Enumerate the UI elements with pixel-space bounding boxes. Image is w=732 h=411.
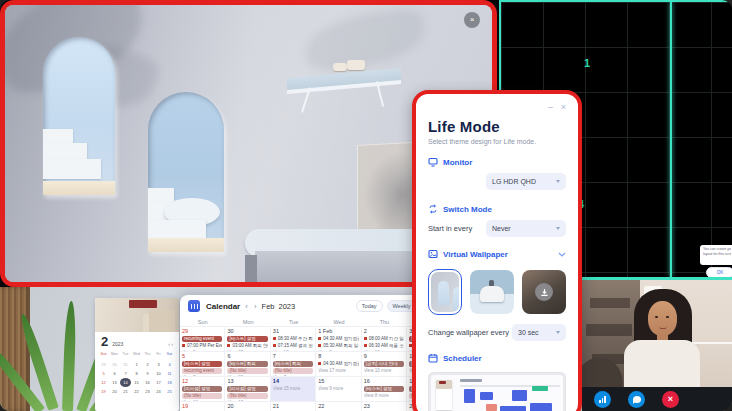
view-more-link[interactable]: View 10 more <box>364 350 404 351</box>
calendar-day-cell[interactable]: 5[테스트] 설명recurring eventView 7 more <box>180 352 225 376</box>
event-item: 07:15 AM 결과 전달 <box>273 343 313 349</box>
paper-date: 23 <box>142 387 153 396</box>
prev-month-button[interactable]: ‹ <box>245 302 248 311</box>
calendar-day-cell[interactable]: 19[테스트] 설명 <box>180 402 225 411</box>
view-more-link[interactable]: View 15 more <box>273 386 313 392</box>
calendar-day-cell[interactable]: 15View 9 more <box>316 377 361 401</box>
chat-button[interactable] <box>628 391 645 408</box>
calendar-day-cell[interactable]: 6[테스트] 회의(No title)View 20 more <box>225 352 270 376</box>
wallpaper-thumb-download[interactable] <box>522 270 566 314</box>
calendar-day-cell[interactable]: 1 Feb04:30 AM 정기점검05:30 AM 회의 일정View 3 m… <box>316 327 361 351</box>
paper-date: 1 <box>131 360 142 369</box>
participant-face <box>648 301 677 336</box>
paper-date: 3 <box>153 360 164 369</box>
eye <box>655 316 658 318</box>
calendar-day-cell[interactable]: 23[테스트] 설명 <box>362 402 407 411</box>
chevron-collapse-icon[interactable] <box>558 252 566 257</box>
view-more-link[interactable]: View 13 more <box>227 400 267 401</box>
paper-date: 24 <box>153 387 164 396</box>
paper-date: 30 <box>109 360 120 369</box>
event-item: recurring event <box>182 368 222 374</box>
close-icon[interactable]: × <box>464 12 480 28</box>
paper-calendar-weekdays: SunMonTueWedThuFriSat <box>95 349 179 359</box>
calendar-day-cell[interactable]: 12[리허설] 설명(No title)View 16 more <box>180 377 225 401</box>
calendar-day-cell[interactable]: 16[테스트] 설명View 8 more <box>362 377 407 401</box>
event-item: (No title) <box>227 368 267 374</box>
view-more-link[interactable]: View 8 more <box>364 393 404 399</box>
view-more-link[interactable]: View 23 more <box>227 350 267 351</box>
event-item: [테스트] 설명 <box>182 361 222 367</box>
end-call-button[interactable]: × <box>662 391 679 408</box>
calendar-day-cell[interactable]: 30[테스트] 설명03:00 AM 회의 안내View 23 more <box>225 327 270 351</box>
event-item: [리허설] 설명 <box>227 386 267 392</box>
date-label: 16 <box>364 378 404 385</box>
paper-weekday: Tue <box>120 350 131 359</box>
wallpaper-thumb-2[interactable] <box>470 270 514 314</box>
view-more-link[interactable]: View 9 more <box>318 386 358 392</box>
view-more-link[interactable]: View 10 more <box>364 368 404 374</box>
calendar-day-cell[interactable]: 7[테스트] 회의(No title)View 7 more <box>271 352 316 376</box>
monitor-dropdown[interactable]: LG HDR QHD <box>486 173 566 190</box>
monitor-icon <box>428 157 438 167</box>
today-button[interactable]: Today <box>356 300 383 312</box>
event-item: [리허설] 설명 <box>182 386 222 392</box>
calendar-day-cell[interactable]: 29recurring event07:00 PM Per EventView … <box>180 327 225 351</box>
calendar-day-cell[interactable]: 14View 15 more <box>271 377 316 401</box>
paper-date: 20 <box>109 387 120 396</box>
event-item: [테스트] 설명 <box>227 336 267 342</box>
network-quality-button[interactable] <box>594 391 611 408</box>
paper-calendar: 2 2023 ‹ › SunMonTueWedThuFriSat 2930311… <box>95 298 179 411</box>
paper-calendar-grid: 2930311234567891011121314151617181920212… <box>95 359 179 396</box>
view-more-link[interactable]: View 16 more <box>182 400 222 401</box>
date-label: 12 <box>182 378 222 385</box>
day-header: Thu <box>362 317 407 327</box>
wallpaper-thumb-selected[interactable] <box>428 269 462 315</box>
next-month-button[interactable]: › <box>254 302 257 311</box>
paper-weekday: Mon <box>109 350 120 359</box>
calendar-icon <box>428 353 438 363</box>
paper-date: 7 <box>120 369 131 378</box>
calendar-day-cell[interactable]: 208:00 AM 기간 일정06:30 AM 제품 소개View 10 mor… <box>362 327 407 351</box>
screen: 1 4 You can create your own layout for t… <box>0 0 732 411</box>
calendar-day-cell[interactable]: 13[리허설] 설명(No title)View 13 more <box>225 377 270 401</box>
shelf-shadow <box>586 324 632 336</box>
view-more-link[interactable]: View 5 more <box>182 350 222 351</box>
calendar-year: 2023 <box>279 302 296 311</box>
date-label: 14 <box>273 378 313 385</box>
zone-number-1: 1 <box>584 57 590 69</box>
calendar-day-cell[interactable]: 9[공지] 사내 안내View 10 more <box>362 352 407 376</box>
minimize-button[interactable]: – <box>548 102 553 112</box>
paper-date: 21 <box>120 387 131 396</box>
shelf-item <box>333 63 347 71</box>
illustration-steps <box>149 310 175 332</box>
view-more-link[interactable]: View 7 more <box>182 375 222 376</box>
calendar-day-cell[interactable]: 21[테스트] 설명 <box>271 402 316 411</box>
paper-date: 19 <box>98 387 109 396</box>
event-item: 03:00 AM 회의 안내 <box>227 343 267 349</box>
event-item: 04:30 AM 정기점검 <box>318 361 358 367</box>
date-label: 20 <box>227 403 267 410</box>
start-in-every-label: Start in every <box>428 224 472 233</box>
view-more-link[interactable]: View 20 more <box>227 375 267 376</box>
calendar-day-cell[interactable]: 20[테스트] 설명 <box>225 402 270 411</box>
view-more-link[interactable]: View 12 more <box>273 350 313 351</box>
switch-mode-icon <box>428 204 438 214</box>
wallpaper-interval-dropdown[interactable]: 30 sec <box>512 324 566 341</box>
calendar-day-cell[interactable]: 3108:30 AM 주간 회의07:15 AM 결과 전달View 12 mo… <box>271 327 316 351</box>
calendar-day-cell[interactable]: 22[테스트] 설명 <box>316 402 361 411</box>
view-more-link[interactable]: View 3 more <box>318 350 358 351</box>
paper-date: 16 <box>142 378 153 387</box>
date-label: 21 <box>273 403 313 410</box>
close-button[interactable]: × <box>561 102 566 112</box>
event-item: 07:00 PM Per Event <box>182 343 222 349</box>
paper-date: 22 <box>131 387 142 396</box>
switch-interval-dropdown[interactable]: Never <box>486 220 566 237</box>
page-title: Life Mode <box>428 118 566 135</box>
scheduler-preview[interactable] <box>428 372 566 411</box>
wallpaper-interval-value: 30 sec <box>518 329 539 336</box>
calendar-day-cell[interactable]: 804:30 AM 정기점검View 17 more <box>316 352 361 376</box>
date-label: 2 <box>364 328 404 335</box>
view-more-link[interactable]: View 7 more <box>273 375 313 376</box>
view-more-link[interactable]: View 17 more <box>318 368 358 374</box>
tooltip-ok-button[interactable]: OK <box>706 267 732 278</box>
